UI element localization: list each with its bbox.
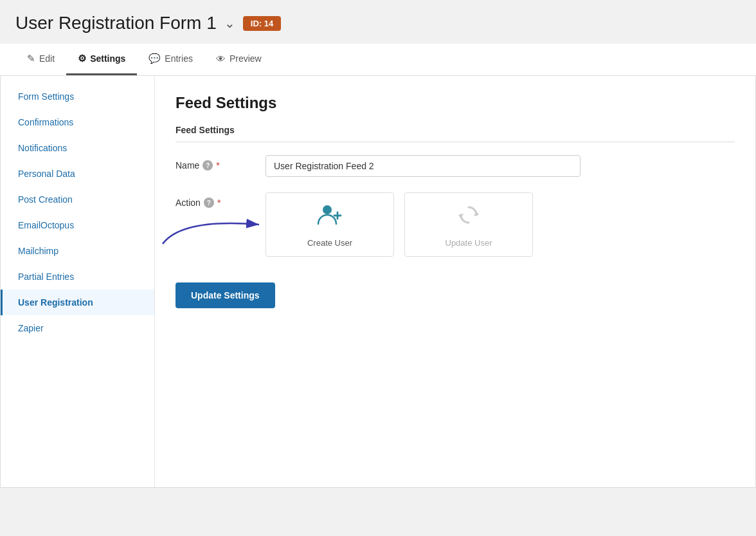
sidebar-item-confirmations[interactable]: Confirmations — [1, 109, 154, 135]
settings-icon: ⚙ — [78, 53, 86, 64]
page-wrapper: User Registration Form 1 ⌄ ID: 14 ✎ Edit… — [0, 0, 756, 536]
action-help-icon[interactable]: ? — [204, 198, 214, 208]
update-user-label: Update User — [446, 238, 492, 248]
action-required: * — [217, 198, 221, 208]
tab-edit[interactable]: ✎ Edit — [15, 44, 66, 75]
name-help-icon[interactable]: ? — [203, 160, 213, 171]
section-label: Feed Settings — [176, 125, 735, 142]
name-input-wrap — [266, 155, 735, 177]
action-row: Action ? * — [176, 192, 735, 257]
sidebar-item-personal-data[interactable]: Personal Data — [1, 161, 154, 187]
action-buttons-wrap: Create User — [266, 192, 735, 257]
entries-icon: 💬 — [148, 53, 161, 64]
sidebar: Form Settings Confirmations Notification… — [1, 76, 155, 487]
name-required: * — [216, 160, 219, 171]
sidebar-item-mailchimp[interactable]: Mailchimp — [1, 238, 154, 264]
name-input[interactable] — [266, 155, 580, 177]
action-label: Action ? * — [176, 192, 253, 208]
tab-settings[interactable]: ⚙ Settings — [66, 44, 137, 75]
id-badge: ID: 14 — [243, 16, 281, 31]
sidebar-item-user-registration[interactable]: User Registration — [1, 290, 154, 315]
create-user-icon — [317, 202, 343, 233]
tab-entries[interactable]: 💬 Entries — [137, 44, 204, 75]
update-settings-button[interactable]: Update Settings — [176, 282, 275, 308]
svg-point-1 — [323, 205, 332, 214]
edit-icon: ✎ — [27, 53, 35, 64]
preview-icon: 👁 — [216, 53, 226, 64]
sidebar-item-partial-entries[interactable]: Partial Entries — [1, 264, 154, 290]
sidebar-item-notifications[interactable]: Notifications — [1, 135, 154, 161]
tab-bar: ✎ Edit ⚙ Settings 💬 Entries 👁 Preview — [0, 44, 756, 76]
update-user-button[interactable]: Update User — [404, 192, 533, 257]
tab-preview[interactable]: 👁 Preview — [204, 44, 273, 75]
action-buttons: Create User — [266, 192, 735, 257]
svg-marker-4 — [474, 211, 479, 216]
main-layout: Form Settings Confirmations Notification… — [0, 76, 756, 488]
sidebar-item-post-creation[interactable]: Post Creation — [1, 187, 154, 212]
name-label: Name ? * — [176, 155, 253, 171]
content-area: Feed Settings Feed Settings Name ? * Act… — [155, 76, 755, 487]
svg-marker-5 — [458, 214, 464, 219]
header: User Registration Form 1 ⌄ ID: 14 — [0, 0, 756, 33]
create-user-label: Create User — [307, 238, 352, 248]
sidebar-item-zapier[interactable]: Zapier — [1, 315, 154, 341]
sidebar-item-email-octopus[interactable]: EmailOctopus — [1, 212, 154, 238]
title-dropdown-icon[interactable]: ⌄ — [224, 15, 235, 31]
create-user-button[interactable]: Create User — [266, 192, 394, 257]
name-row: Name ? * — [176, 155, 735, 177]
sidebar-item-form-settings[interactable]: Form Settings — [1, 84, 154, 109]
page-title: User Registration Form 1 — [15, 13, 217, 33]
content-title: Feed Settings — [176, 94, 735, 112]
update-user-icon — [456, 202, 482, 233]
